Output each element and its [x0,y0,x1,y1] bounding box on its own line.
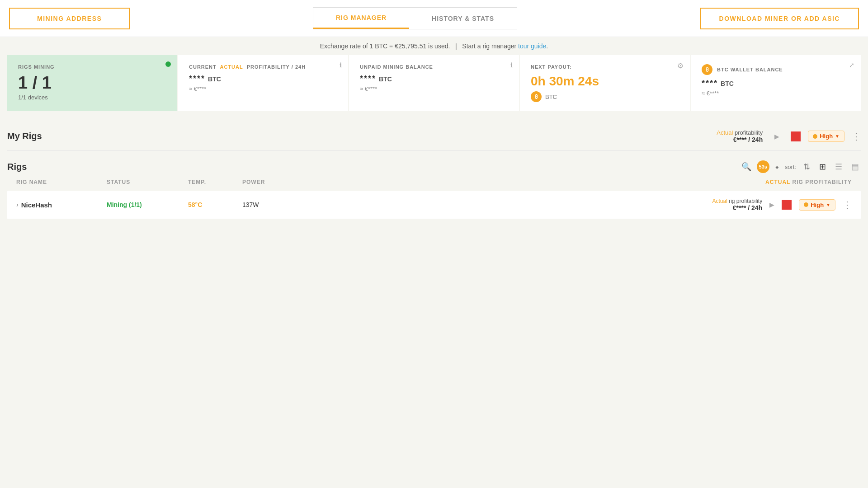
download-miner-button[interactable]: DOWNLOAD MINER OR ADD ASIC [700,8,859,29]
rig-stop-button[interactable] [782,200,792,210]
wallet-approx: ≈ €**** [702,90,850,97]
rig-high-dot [804,202,808,207]
my-rigs-more-button[interactable]: ⋮ [852,132,861,141]
rigs-list-view-button[interactable]: ☰ [833,160,844,174]
tour-text: Start a rig manager [462,42,518,50]
rig-temp-col: 58°C [188,201,242,209]
payout-gear-icon[interactable]: ⚙ [677,61,684,70]
rig-power-col: 137W [242,201,297,208]
my-rigs-profitability-value: €**** / 24h [717,136,763,143]
rig-profitability-col: Actual rig profitability €**** / 24h ▶ H… [297,198,852,211]
profitability-currency: BTC [208,75,221,83]
rigs-mining-value: 1 / 1 [18,74,166,91]
my-rigs-high-badge[interactable]: High ▼ [808,131,844,142]
profitability-stars: **** [189,74,205,84]
col-header-profitability: Actual rig profitability [297,179,852,185]
unpaid-approx: ≈ €**** [360,85,508,92]
unpaid-currency: BTC [379,75,392,83]
col-header-power: Power [242,179,297,185]
rigs-compact-view-button[interactable]: ▤ [849,160,861,174]
profitability-value-row: **** BTC [189,74,337,84]
my-rigs-play-button[interactable]: ▶ [770,130,783,143]
high-badge-dot [813,134,817,139]
profitability-card: ℹ CURRENT ACTUAL PROFITABILITY / 24H ***… [178,55,348,111]
rig-high-badge[interactable]: High ▼ [799,199,835,211]
exchange-rate-text: Exchange rate of 1 BTC = €25,795.51 is u… [320,42,450,50]
unpaid-label: UNPAID MINING BALANCE [360,64,508,70]
rigs-header: Rigs 🔍 53s ⬥ sort: ⇅ ⊞ ☰ ▤ [7,151,861,179]
rigs-mining-label: RIGS MINING [18,64,166,70]
col-header-actual-word: Actual [765,179,790,185]
table-row: › NiceHash Mining (1/1) 58°C 137W Actual… [7,191,861,219]
my-rigs-stop-button[interactable] [791,131,801,141]
unpaid-stars: **** [360,74,376,84]
rig-more-button[interactable]: ⋮ [843,200,852,209]
tab-rig-manager[interactable]: RIG MANAGER [313,8,409,29]
rig-profitability-text: Actual rig profitability €**** / 24h [712,198,762,211]
rigs-search-button[interactable]: 🔍 [741,162,751,172]
my-rigs-title: My Rigs [7,131,42,141]
col-header-rig-name: Rig name [16,179,107,185]
high-badge-label: High [820,133,833,140]
unpaid-value-row: **** BTC [360,74,508,84]
rigs-refresh-badge[interactable]: 53s [757,160,769,173]
rig-actual-word: Actual [712,198,727,204]
rigs-mining-card: RIGS MINING 1 / 1 1/1 devices [7,55,177,111]
rig-play-button[interactable]: ▶ [769,201,774,208]
next-payout-value: 0h 30m 24s [531,74,679,89]
unpaid-balance-card: ℹ UNPAID MINING BALANCE **** BTC ≈ €**** [349,55,519,111]
profitability-approx: ≈ €**** [189,85,337,92]
rig-power-value: 137W [242,201,259,208]
rigs-grid-view-button[interactable]: ⊞ [817,160,828,174]
top-nav: MINING ADDRESS RIG MANAGER HISTORY & STA… [0,0,868,37]
next-payout-label: NEXT PAYOUT: [531,64,679,70]
rigs-filter-button[interactable]: ⬥ [775,163,779,171]
wallet-btc-icon: ₿ [702,64,712,75]
actual-word-rigs: Actual [717,129,733,136]
rig-table: › NiceHash Mining (1/1) 58°C 137W Actual… [7,191,861,219]
rig-profitability-label: Actual rig profitability [712,198,762,204]
rig-high-label: High [811,202,824,208]
my-rigs-profitability-label: Actual profitability [717,129,763,136]
unpaid-info-icon[interactable]: ℹ [510,61,513,69]
wallet-stars: **** [702,79,718,88]
profitability-info-icon[interactable]: ℹ [340,61,342,69]
my-rigs-profitability-text: Actual profitability €**** / 24h [717,129,763,143]
rigs-title: Rigs [7,162,27,172]
btc-wallet-header-row: ₿ BTC WALLET BALANCE [702,64,850,75]
rig-table-headers: Rig name Status Temp. Power Actual rig p… [7,179,861,191]
tour-punctuation: . [546,42,548,50]
btc-wallet-card: ⤢ ₿ BTC WALLET BALANCE **** BTC ≈ €**** [691,55,861,111]
rig-profitability-rest: rig profitability [727,198,762,204]
rigs-controls: 🔍 53s ⬥ sort: ⇅ ⊞ ☰ ▤ [741,160,861,174]
rig-status-col: Mining (1/1) [107,201,188,209]
main-content: My Rigs Actual profitability €**** / 24h… [0,125,868,219]
rig-name-col: › NiceHash [16,201,107,209]
wallet-value-row: **** BTC [702,79,850,88]
rig-name-text[interactable]: NiceHash [21,201,52,209]
rig-status-value: Mining (1/1) [107,201,142,208]
tour-guide-link[interactable]: tour guide [518,42,546,50]
rigs-sort-button[interactable]: ⇅ [802,160,812,174]
nav-tabs: RIG MANAGER HISTORY & STATS [313,7,517,29]
wallet-expand-icon[interactable]: ⤢ [849,61,854,69]
payout-currency: BTC [545,94,557,100]
my-rigs-profitability-info: Actual profitability €**** / 24h ▶ High … [717,129,861,143]
mining-address-button[interactable]: MINING ADDRESS [9,8,130,29]
my-rigs-header: My Rigs Actual profitability €**** / 24h… [7,125,861,150]
high-badge-dropdown[interactable]: ▼ [835,134,840,139]
rig-high-dropdown[interactable]: ▼ [826,202,830,207]
current-word: CURRENT [189,64,217,70]
actual-word: ACTUAL [220,64,243,70]
profitability-label: CURRENT ACTUAL PROFITABILITY / 24H [189,64,337,70]
payout-btc-icon: ₿ [531,91,542,102]
online-indicator [165,61,171,67]
wallet-currency: BTC [721,80,734,87]
tab-history-stats[interactable]: HISTORY & STATS [409,8,517,29]
exchange-bar: Exchange rate of 1 BTC = €25,795.51 is u… [0,37,868,55]
stats-row: RIGS MINING 1 / 1 1/1 devices ℹ CURRENT … [0,55,868,111]
col-header-profitability-rest: rig profitability [793,179,852,185]
rig-expand-chevron[interactable]: › [16,201,19,208]
next-payout-card: ⚙ NEXT PAYOUT: 0h 30m 24s ₿ BTC [520,55,690,111]
rigs-devices: 1/1 devices [18,94,166,101]
